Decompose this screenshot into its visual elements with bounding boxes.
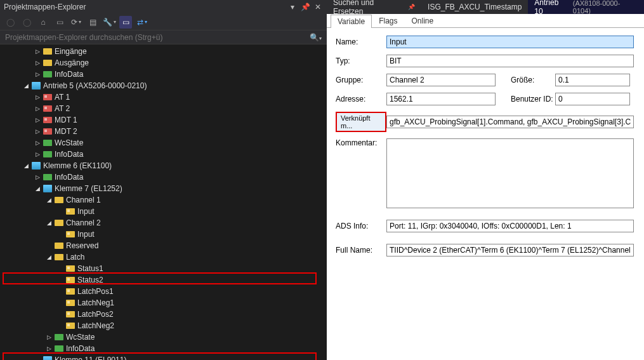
tree-label: LatchPos1 (77, 287, 114, 296)
field-typ[interactable] (386, 55, 634, 67)
tree-label: MDT 1 (55, 116, 77, 124)
tree-channel1[interactable]: ◢Channel 1 (0, 194, 327, 206)
tree-device-antrieb5[interactable]: ◢Antrieb 5 (AX5206-0000-0210) (0, 80, 327, 91)
properties-panel: Suchen und Ersetzen ISG_FB_AXCU_Timestam… (327, 0, 644, 360)
tree-label: Channel 1 (66, 196, 101, 204)
tree-latch-item[interactable]: Status1 (0, 263, 327, 274)
subtab-online[interactable]: Online (404, 14, 440, 27)
tree-twisty[interactable]: ◢ (46, 220, 52, 226)
tree-latch-item[interactable]: LatchPos1 (0, 286, 327, 297)
fld-y-icon (55, 253, 63, 261)
view-button[interactable]: ⇄▾ (136, 16, 148, 29)
explorer-title: Projektmappen-Explorer (4, 3, 285, 11)
tree-io[interactable]: ▷AT 2 (0, 103, 327, 114)
tree-twisty[interactable]: ▷ (46, 345, 52, 352)
label-typ: Typ: (336, 57, 386, 65)
tree-io[interactable]: ▷WcState (0, 137, 327, 149)
fld-g-icon (43, 150, 52, 158)
fld-y-icon (43, 59, 52, 67)
tree-io[interactable]: ▷MDT 1 (0, 114, 327, 126)
tree-io[interactable]: ▷AT 1 (0, 91, 327, 103)
tree-label: LatchPos2 (77, 310, 114, 319)
pin-icon[interactable]: 📌 (300, 2, 310, 12)
tree-device-klemme11[interactable]: Klemme 11 (EL9011) (0, 354, 327, 360)
close-icon[interactable]: ✕ (313, 2, 323, 12)
tree-label: Reserved (66, 241, 98, 250)
field-gruppe[interactable] (386, 74, 496, 86)
tree-folder[interactable]: ▷Ausgänge (0, 57, 327, 69)
tree-view[interactable]: ▷Eingänge▷Ausgänge▷InfoData◢Antrieb 5 (A… (0, 44, 327, 360)
io-r-icon (43, 116, 52, 124)
field-adresse[interactable] (386, 93, 496, 105)
label-gruppe: Gruppe: (336, 76, 386, 84)
tree-device-klemme6[interactable]: ◢Klemme 6 (EK1100) (0, 160, 327, 171)
tree-label: LatchNeg1 (77, 298, 114, 307)
tree-twisty[interactable]: ▷ (34, 117, 41, 123)
tree-twisty[interactable]: ▷ (34, 94, 41, 100)
sync-button[interactable]: ▭ (53, 16, 66, 29)
tree-input[interactable]: Input (0, 229, 327, 240)
tree-label: Klemme 11 (EL9011) (55, 356, 126, 360)
linked-with-button[interactable]: Verknüpft m... (336, 112, 386, 132)
tree-latch[interactable]: ◢Latch (0, 251, 327, 263)
search-icon[interactable]: 🔍▾ (310, 33, 322, 42)
tree-folder[interactable]: ▷InfoData (0, 343, 327, 354)
tree-latch-item[interactable]: LatchNeg2 (0, 320, 327, 331)
tree-latch-item[interactable]: LatchNeg1 (0, 297, 327, 309)
field-groesse[interactable] (555, 74, 630, 86)
field-name[interactable] (386, 36, 634, 48)
show-all-button[interactable]: ▭ (119, 16, 132, 29)
tree-twisty[interactable]: ▷ (34, 140, 41, 146)
collapse-button[interactable]: ▤ (86, 16, 99, 29)
field-benutzer[interactable] (555, 93, 630, 105)
subtab-flags[interactable]: Flags (372, 14, 404, 27)
tab-search-replace[interactable]: Suchen und Ersetzen (327, 0, 421, 14)
subtab-variable[interactable]: Variable (331, 15, 372, 28)
tree-twisty[interactable]: ▷ (34, 71, 41, 77)
dropdown-icon[interactable]: ▾ (287, 2, 298, 12)
tree-label: Klemme 7 (EL1252) (55, 184, 122, 193)
fld-y-icon (43, 48, 52, 55)
field-linked[interactable] (386, 116, 634, 128)
tab-isg-fb[interactable]: ISG_FB_AXCU_Timestamp (421, 0, 528, 14)
tree-twisty[interactable]: ▷ (34, 60, 41, 66)
tree-folder[interactable]: ▷InfoData (0, 171, 327, 183)
search-input[interactable] (0, 30, 327, 44)
dev-icon (32, 82, 41, 90)
tree-twisty[interactable]: ◢ (34, 185, 41, 192)
io-l-icon (66, 265, 75, 272)
tab-antrieb10[interactable]: Antrieb 10 (AX8108-0000-0104) (528, 0, 644, 14)
tree-input[interactable]: Input (0, 206, 327, 217)
tree-io[interactable]: ▷MDT 2 (0, 126, 327, 137)
field-kommentar[interactable] (386, 138, 634, 208)
explorer-search: 🔍▾ (0, 30, 327, 44)
tree-twisty[interactable]: ◢ (46, 254, 52, 260)
tree-device-klemme7[interactable]: ◢Klemme 7 (EL1252) (0, 183, 327, 194)
tree-folder[interactable]: ▷Eingänge (0, 46, 327, 57)
tree-folder[interactable]: ▷WcState (0, 331, 327, 343)
tree-twisty[interactable]: ▷ (34, 151, 41, 157)
home-button[interactable]: ⌂ (37, 16, 49, 29)
fld-g-icon (55, 333, 63, 341)
tree-folder[interactable]: ▷InfoData (0, 69, 327, 80)
tree-latch-item[interactable]: Status2 (0, 274, 327, 286)
tree-label: Eingänge (55, 47, 87, 56)
io-l-icon (66, 288, 75, 295)
refresh-button[interactable]: ⟳▾ (70, 16, 82, 29)
tree-twisty[interactable]: ◢ (46, 197, 52, 203)
tree-latch-item[interactable]: LatchPos2 (0, 309, 327, 320)
io-l-icon (66, 230, 75, 238)
tree-channel2[interactable]: ◢Channel 2 (0, 217, 327, 229)
tree-twisty[interactable]: ▷ (46, 334, 52, 340)
field-ads (386, 220, 634, 232)
tree-io[interactable]: ▷InfoData (0, 149, 327, 160)
tree-twisty[interactable]: ◢ (23, 163, 29, 169)
properties-button[interactable]: 🔧▾ (103, 16, 115, 29)
tree-twisty[interactable]: ▷ (34, 48, 41, 55)
tree-reserved[interactable]: Reserved (0, 240, 327, 251)
tree-twisty[interactable]: ◢ (23, 83, 29, 89)
tree-twisty[interactable]: ▷ (34, 174, 41, 180)
tree-twisty[interactable]: ▷ (34, 128, 41, 135)
tree-twisty[interactable]: ▷ (34, 105, 41, 112)
io-r-icon (43, 105, 52, 112)
